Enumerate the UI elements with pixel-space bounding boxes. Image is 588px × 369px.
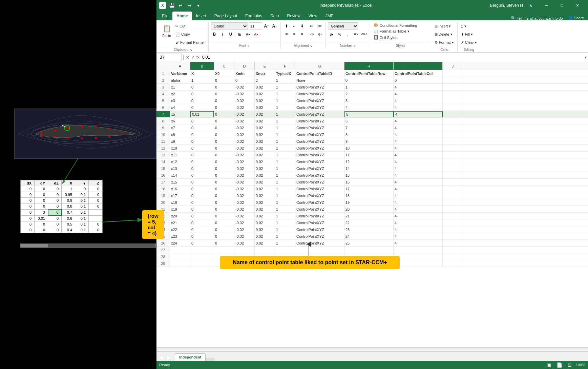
cell-B11[interactable]: 0 [190,138,214,144]
cell-F21[interactable]: 1 [275,206,295,212]
table-cell[interactable]: 0.1 [75,215,89,221]
row-num-26[interactable]: 26 [156,240,170,246]
cell-A13[interactable]: x11 [170,152,190,158]
cell-C13[interactable]: 0 [214,152,234,158]
cell-B8[interactable]: 0 [190,118,214,124]
table-cell[interactable]: 0.1 [75,192,89,198]
col-header-F[interactable]: F [275,62,295,70]
row-num-1[interactable]: 1 [156,70,170,77]
cell-A3[interactable]: x1 [170,84,190,90]
cell-H13[interactable]: 11 [344,152,394,158]
cell-I20[interactable]: 4 [394,199,443,206]
align-right-btn[interactable]: ≡ [298,31,306,38]
cell-E22[interactable]: 0.02 [255,213,275,219]
decrease-decimal-btn[interactable]: .0↘ [352,31,360,38]
bold-btn[interactable]: B [211,31,218,38]
cell-E14[interactable]: 0.02 [255,158,275,165]
cell-F22[interactable]: 1 [275,213,295,219]
cell-G4[interactable]: ControlPointXYZ [295,91,344,97]
cell-I10[interactable]: 4 [394,131,443,138]
rows-container[interactable]: 1 VarName X X0 Xmin Xmax TypicalX Contro… [156,70,588,347]
cell-B17[interactable]: 0 [190,179,214,185]
share-btn[interactable]: 👤 Share [566,16,587,20]
cell-J26[interactable] [443,240,463,246]
cell-E11[interactable]: 0.02 [255,138,275,144]
cell-I2[interactable]: 0 [394,77,443,83]
cell-E25[interactable]: 0.02 [255,233,275,239]
cell-F16[interactable]: 1 [275,172,295,178]
table-cell[interactable]: 0 [21,209,35,215]
cell-G12[interactable]: ControlPointXYZ [295,145,344,151]
cell-I6[interactable]: 4 [394,104,443,111]
font-name-select[interactable]: Calibri [211,22,248,30]
cell-I26[interactable]: 4 [394,240,443,246]
border-btn[interactable]: ⊞ [236,31,244,38]
cell-F17[interactable]: 1 [275,179,295,185]
cell-H11[interactable]: 9 [344,138,394,144]
cell-D1[interactable]: Xmin [234,70,255,77]
normal-view-btn[interactable]: ▣ [545,362,552,368]
cell-D2[interactable]: 0 [234,77,255,83]
cell-F11[interactable]: 1 [275,138,295,144]
percent-btn[interactable]: % [336,31,343,38]
cell-E5[interactable]: 0.02 [255,97,275,104]
cell-G15[interactable]: ControlPointXYZ [295,165,344,172]
tab-insert[interactable]: Insert [192,12,210,20]
table-cell[interactable]: 0 [35,186,48,192]
cell-H6[interactable]: 4 [344,104,394,111]
cell-J28[interactable] [443,253,463,260]
cell-D19[interactable]: -0.02 [234,192,255,199]
cell-C26[interactable]: 0 [214,240,234,246]
cell-B9[interactable]: 0 [190,124,214,131]
row-num-9[interactable]: 9 [156,124,170,131]
cell-J23[interactable] [443,219,463,226]
cell-C4[interactable]: 0 [214,91,234,97]
table-cell[interactable]: 0.01 [35,215,48,221]
cell-I14[interactable]: 4 [394,158,443,165]
cell-styles-btn[interactable]: 🔲 Cell Styles [372,35,419,40]
table-cell[interactable]: 0 [35,227,48,233]
cell-E21[interactable]: 0.02 [255,206,275,212]
cell-J13[interactable] [443,152,463,158]
cell-E10[interactable]: 0.02 [255,131,275,138]
table-cell[interactable]: 0 [35,209,48,215]
clear-btn[interactable]: ✗ Clear ▾ [460,39,478,46]
table-cell[interactable]: 0 [21,198,35,203]
cell-G10[interactable]: ControlPointXYZ [295,131,344,138]
tab-formulas[interactable]: Formulas [241,12,266,20]
align-top-btn[interactable]: ⬆ [283,22,290,30]
cell-J24[interactable] [443,226,463,233]
cell-E26[interactable]: 0.02 [255,240,275,246]
cell-B13[interactable]: 0 [190,152,214,158]
col-header-I[interactable]: I [394,62,443,70]
cell-C3[interactable]: 0 [214,84,234,90]
table-cell[interactable]: 0 [48,221,62,227]
cell-I8[interactable]: 4 [394,118,443,124]
row-num-12[interactable]: 12 [156,145,170,151]
cell-E24[interactable]: 0.02 [255,226,275,233]
fill-color-btn[interactable]: A▾ [244,31,252,38]
cell-J20[interactable] [443,199,463,206]
ribbon-collapse-btn[interactable]: ∧ [523,0,539,11]
cell-A14[interactable]: x12 [170,158,190,165]
cell-G26[interactable]: ControlPointXYZ [295,240,344,246]
cell-G18[interactable]: ControlPointXYZ [295,186,344,192]
cell-G14[interactable]: ControlPointXYZ [295,158,344,165]
cell-E17[interactable]: 0.02 [255,179,275,185]
cell-H24[interactable]: 23 [344,226,394,233]
cell-C11[interactable]: 0 [214,138,234,144]
cell-H17[interactable]: 16 [344,179,394,185]
cell-B6[interactable]: 0 [190,104,214,111]
tab-data[interactable]: Data [266,12,283,20]
conditional-formatting-btn[interactable]: 🎨 Conditional Formatting [372,22,419,28]
cell-I24[interactable]: 4 [394,226,443,233]
cell-H12[interactable]: 10 [344,145,394,151]
cell-F18[interactable]: 1 [275,186,295,192]
cancel-formula-btn[interactable]: ✕ [186,55,190,60]
horizontal-scrollbar[interactable] [156,347,588,351]
cell-F7[interactable]: 1 [275,111,295,117]
cell-A8[interactable]: x6 [170,118,190,124]
cell-A9[interactable]: x7 [170,124,190,131]
cell-C23[interactable]: 0 [214,219,234,226]
tab-review[interactable]: Review [283,12,304,20]
